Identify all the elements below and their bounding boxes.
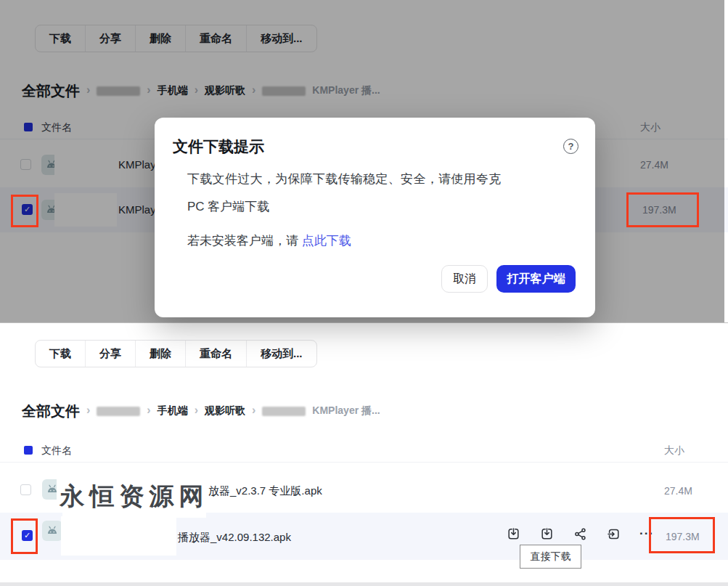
breadcrumb-censored-item[interactable] (97, 407, 140, 416)
share-button[interactable]: 分享 (85, 341, 135, 367)
censored-filename-block (61, 516, 176, 556)
chevron-right-icon: › (252, 404, 255, 418)
delete-button[interactable]: 删除 (135, 341, 185, 367)
annotation-box-checkbox (11, 195, 38, 227)
dialog-note: 若未安装客户端，请 点此下载 (187, 232, 351, 249)
apk-file-icon (42, 521, 62, 541)
note-text: 若未安装客户端，请 (187, 234, 298, 248)
row-action-icons: ··· (506, 526, 654, 541)
breadcrumb: 全部文件 › › 手机端 › 观影听歌 › KMPlayer 播... (22, 400, 380, 422)
breadcrumb-root[interactable]: 全部文件 (22, 402, 80, 421)
breadcrumb-item-media[interactable]: 观影听歌 (205, 404, 245, 418)
move-to-icon[interactable] (606, 526, 621, 541)
dialog-body-line2: PC 客户端下载 (187, 198, 269, 215)
top-panel: 下载 分享 删除 重命名 移动到... 全部文件 › › 手机端 › 观影听歌 … (0, 0, 728, 322)
file-size: 27.4M (664, 485, 692, 497)
cloud-drive-screenshot: 下载 分享 删除 重命名 移动到... 全部文件 › › 手机端 › 观影听歌 … (0, 0, 728, 586)
direct-download-icon[interactable] (539, 526, 554, 541)
chevron-right-icon: › (86, 404, 90, 418)
table-row[interactable]: ✓ 播放器_v42.09.132.apk (0, 513, 728, 560)
dialog-body-line1: 下载文件过大，为保障下载传输稳定、安全，请使用夸克 (187, 171, 502, 187)
toolbar: 下载 分享 删除 重命名 移动到... (35, 340, 317, 367)
help-icon[interactable]: ? (563, 139, 578, 154)
open-client-button[interactable]: 打开客户端 (496, 265, 576, 293)
bottom-panel: 下载 分享 删除 重命名 移动到... 全部文件 › › 手机端 › 观影听歌 … (0, 322, 728, 586)
chevron-right-icon: › (195, 404, 198, 418)
watermark-stamp: 永恒资源网 (62, 476, 206, 518)
annotation-box-checkbox (11, 518, 38, 554)
dialog-title: 文件下载提示 (173, 137, 264, 157)
file-name[interactable]: 放器_v2.3.7 专业版.apk (208, 484, 322, 498)
chevron-right-icon: › (147, 404, 150, 418)
share-icon[interactable] (573, 526, 587, 541)
download-prompt-dialog: 文件下载提示 ? 下载文件过大，为保障下载传输稳定、安全，请使用夸克 PC 客户… (155, 118, 595, 317)
select-all-checkbox[interactable] (24, 446, 33, 455)
name-column-header[interactable]: 文件名 (41, 444, 72, 457)
annotation-box-size (626, 192, 699, 227)
download-icon[interactable] (506, 526, 520, 541)
table-header: 文件名 大小 (0, 439, 728, 463)
move-button[interactable]: 移动到... (246, 341, 316, 367)
direct-download-tooltip: 直接下载 (520, 545, 581, 569)
breadcrumb-censored-item[interactable] (262, 407, 306, 416)
rename-button[interactable]: 重命名 (185, 341, 246, 367)
size-column-header[interactable]: 大小 (664, 444, 684, 457)
row-checkbox[interactable] (20, 484, 31, 495)
annotation-box-size (649, 517, 715, 553)
breadcrumb-item-phone[interactable]: 手机端 (158, 404, 188, 418)
cancel-button[interactable]: 取消 (441, 265, 488, 293)
download-button[interactable]: 下载 (36, 341, 85, 367)
breadcrumb-current: KMPlayer 播... (312, 404, 380, 418)
page-bottom-edge (0, 582, 728, 586)
file-name[interactable]: 播放器_v42.09.132.apk (178, 531, 291, 545)
download-client-link[interactable]: 点此下载 (302, 234, 351, 248)
